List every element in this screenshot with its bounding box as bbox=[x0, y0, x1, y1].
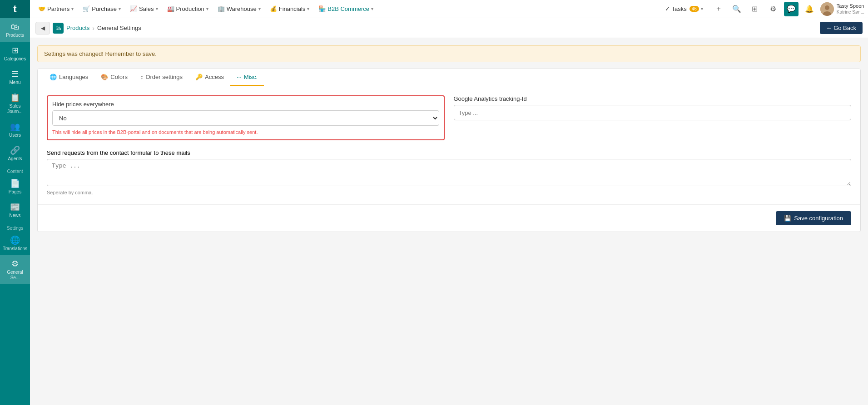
tab-order-settings[interactable]: ↕ Order settings bbox=[134, 69, 189, 86]
settings-tabs: 🌐 Languages 🎨 Colors ↕ Order settings 🔑 … bbox=[38, 69, 860, 86]
nav-purchase[interactable]: 🛒 Purchase ▾ bbox=[78, 0, 125, 18]
sidebar-item-general-settings[interactable]: ⚙ General Se... bbox=[0, 255, 30, 284]
hide-prices-select[interactable]: No Yes bbox=[52, 110, 439, 126]
contact-mails-group: Send requests from the contact formular … bbox=[47, 149, 851, 195]
app-logo: t bbox=[0, 0, 30, 18]
sales-chevron-icon: ▾ bbox=[156, 6, 158, 11]
sidebar-item-news-label: News bbox=[9, 213, 20, 218]
sales-journal-icon: 📋 bbox=[10, 93, 20, 103]
card-footer: 💾 Save configuration bbox=[38, 204, 860, 232]
hide-prices-label: Hide prices everywhere bbox=[52, 101, 439, 108]
contact-mails-label: Send requests from the contact formular … bbox=[47, 149, 851, 156]
contact-mails-hint: Seperate by comma. bbox=[47, 190, 851, 195]
sidebar-item-translations-label: Translations bbox=[3, 246, 27, 252]
alert-banner: Settings was changed! Remember to save. bbox=[37, 45, 861, 62]
nav-production[interactable]: 🏭 Production ▾ bbox=[163, 0, 213, 18]
tasks-check-icon: ✓ bbox=[665, 5, 670, 12]
purchase-chevron-icon: ▾ bbox=[119, 6, 121, 11]
hide-prices-group: Hide prices everywhere No Yes This will … bbox=[47, 95, 445, 140]
topnav-right: ✓ Tasks 46 ▾ ＋ 🔍 ⊞ ⚙ 💬 🔔 Tasty Spoon Kat… bbox=[660, 0, 865, 18]
sidebar-item-sales-journal-label: Sales Journ... bbox=[2, 104, 28, 114]
user-menu[interactable]: Tasty Spoon Katrine Søn... bbox=[820, 2, 864, 16]
production-icon: 🏭 bbox=[167, 5, 174, 12]
sidebar-item-products[interactable]: 🛍 Products bbox=[0, 18, 30, 42]
save-configuration-button[interactable]: 💾 Save configuration bbox=[776, 211, 851, 225]
production-chevron-icon: ▾ bbox=[206, 6, 208, 11]
colors-tab-icon: 🎨 bbox=[101, 74, 108, 80]
sidebar-item-sales-journal[interactable]: 📋 Sales Journ... bbox=[0, 89, 30, 118]
financials-icon: 💰 bbox=[270, 5, 277, 12]
translations-icon: 🌐 bbox=[10, 235, 20, 245]
tab-content-misc: Hide prices everywhere No Yes This will … bbox=[38, 86, 860, 204]
sidebar-item-general-settings-label: General Se... bbox=[2, 270, 28, 281]
add-button[interactable]: ＋ bbox=[711, 2, 726, 16]
hide-prices-hint: This will hide all prices in the B2B-por… bbox=[52, 129, 439, 135]
sidebar-item-users[interactable]: 👥 Users bbox=[0, 118, 30, 142]
sidebar-item-products-label: Products bbox=[6, 33, 24, 38]
avatar bbox=[820, 2, 834, 16]
partners-icon: 🤝 bbox=[38, 5, 45, 12]
purchase-icon: 🛒 bbox=[83, 5, 90, 12]
sidebar-item-menu-label: Menu bbox=[9, 80, 20, 85]
tab-languages[interactable]: 🌐 Languages bbox=[43, 69, 94, 86]
sidebar-item-categories[interactable]: ⊞ Categories bbox=[0, 42, 30, 65]
save-icon: 💾 bbox=[784, 215, 791, 222]
alert-message: Settings was changed! Remember to save. bbox=[44, 50, 157, 57]
tab-access[interactable]: 🔑 Access bbox=[189, 69, 230, 86]
svg-point-1 bbox=[825, 5, 829, 10]
sales-icon: 📈 bbox=[130, 5, 137, 12]
search-button[interactable]: 🔍 bbox=[729, 2, 744, 16]
go-back-button[interactable]: ← Go Back bbox=[820, 22, 863, 34]
nav-partners[interactable]: 🤝 Partners ▾ bbox=[34, 0, 78, 18]
settings-section-label: Settings bbox=[0, 222, 30, 232]
back-button[interactable]: ◀ bbox=[35, 22, 50, 35]
top-navigation: 🤝 Partners ▾ 🛒 Purchase ▾ 📈 Sales ▾ 🏭 Pr… bbox=[30, 0, 868, 18]
breadcrumb-products-label: Products bbox=[66, 25, 89, 31]
nav-warehouse[interactable]: 🏢 Warehouse ▾ bbox=[213, 0, 265, 18]
partners-chevron-icon: ▾ bbox=[71, 6, 74, 11]
sidebar-item-menu[interactable]: ☰ Menu bbox=[0, 65, 30, 89]
warehouse-chevron-icon: ▾ bbox=[258, 6, 261, 11]
languages-tab-icon: 🌐 bbox=[50, 74, 57, 80]
pages-icon: 📄 bbox=[10, 178, 20, 188]
breadcrumb-products[interactable]: 🛍 Products bbox=[53, 23, 89, 34]
tab-misc[interactable]: ··· Misc. bbox=[230, 69, 264, 86]
analytics-form-group: Google Analytics tracking-Id bbox=[454, 95, 852, 140]
analytics-input[interactable] bbox=[454, 105, 852, 120]
financials-chevron-icon: ▾ bbox=[307, 6, 309, 11]
grid-button[interactable]: ⊞ bbox=[748, 2, 762, 16]
breadcrumb-bar: ◀ 🛍 Products › General Settings ← Go Bac… bbox=[30, 18, 868, 38]
notifications-button[interactable]: 🔔 bbox=[802, 2, 817, 16]
sidebar-item-pages[interactable]: 📄 Pages bbox=[0, 175, 30, 198]
content-section-label: Content bbox=[0, 165, 30, 175]
sidebar-item-agents-label: Agents bbox=[8, 156, 22, 162]
chat-button[interactable]: 💬 bbox=[784, 2, 799, 16]
settings-card: 🌐 Languages 🎨 Colors ↕ Order settings 🔑 … bbox=[37, 69, 861, 232]
contact-mails-textarea[interactable] bbox=[47, 159, 851, 186]
main-area: 🤝 Partners ▾ 🛒 Purchase ▾ 📈 Sales ▾ 🏭 Pr… bbox=[30, 0, 868, 405]
nav-sales[interactable]: 📈 Sales ▾ bbox=[125, 0, 163, 18]
nav-b2b-commerce[interactable]: 🏪 B2B Commerce ▾ bbox=[314, 0, 378, 18]
nav-financials[interactable]: 💰 Financials ▾ bbox=[265, 0, 314, 18]
nav-tasks[interactable]: ✓ Tasks 46 ▾ bbox=[660, 0, 708, 18]
sidebar-item-agents[interactable]: 🔗 Agents bbox=[0, 142, 30, 165]
warehouse-icon: 🏢 bbox=[218, 5, 225, 12]
b2b-commerce-icon: 🏪 bbox=[318, 5, 326, 12]
order-settings-tab-icon: ↕ bbox=[140, 74, 144, 80]
form-grid: Hide prices everywhere No Yes This will … bbox=[47, 95, 851, 140]
general-settings-icon: ⚙ bbox=[11, 259, 19, 269]
users-icon: 👥 bbox=[10, 122, 20, 132]
hide-prices-form-group: Hide prices everywhere No Yes This will … bbox=[52, 101, 439, 135]
settings-button[interactable]: ⚙ bbox=[766, 2, 780, 16]
news-icon: 📰 bbox=[10, 202, 20, 212]
breadcrumb-current: General Settings bbox=[97, 25, 141, 31]
products-icon: 🛍 bbox=[11, 22, 19, 32]
misc-tab-icon: ··· bbox=[237, 74, 242, 80]
sidebar-item-translations[interactable]: 🌐 Translations bbox=[0, 232, 30, 255]
tab-colors[interactable]: 🎨 Colors bbox=[94, 69, 134, 86]
sidebar: t 🛍 Products ⊞ Categories ☰ Menu 📋 Sales… bbox=[0, 0, 30, 405]
sidebar-item-pages-label: Pages bbox=[9, 189, 21, 195]
menu-icon: ☰ bbox=[11, 69, 19, 79]
agents-icon: 🔗 bbox=[10, 145, 20, 155]
sidebar-item-news[interactable]: 📰 News bbox=[0, 198, 30, 222]
